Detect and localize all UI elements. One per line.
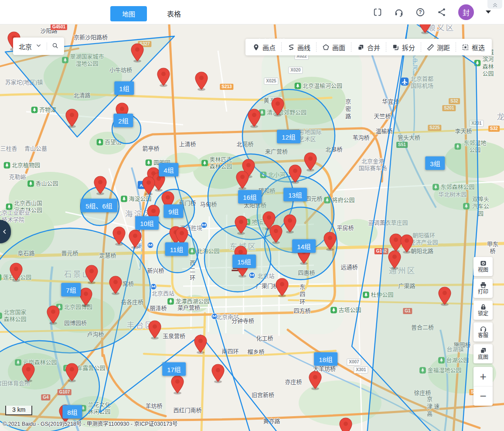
group-badge[interactable]: 7组 [61, 283, 81, 297]
divider [47, 42, 47, 50]
group-badge[interactable]: 4组 [159, 163, 178, 177]
lock-icon [480, 303, 487, 311]
help-button[interactable]: ? [415, 7, 425, 17]
polygon-icon [322, 44, 330, 51]
map-pin-marker[interactable] [113, 227, 125, 244]
chevron-down-icon [35, 42, 42, 50]
headset-button[interactable] [394, 7, 404, 17]
headset-icon [394, 7, 404, 17]
group-badge[interactable]: 16组 [238, 190, 262, 204]
group-badge[interactable]: 13组 [283, 188, 307, 202]
layers-icon [480, 347, 487, 354]
map-pin-marker[interactable] [195, 72, 208, 89]
copyright-text: © 2021 Baidu - GS(2019)5218号 - 甲测资字11009… [3, 419, 178, 428]
search-icon[interactable] [52, 42, 58, 50]
fullscreen-icon [373, 7, 382, 17]
map-pin-marker[interactable] [80, 288, 92, 305]
merge-icon [357, 44, 364, 51]
map-pin-marker[interactable] [10, 263, 22, 280]
map-pin-marker[interactable] [212, 364, 224, 382]
map-pin-marker[interactable] [66, 109, 78, 127]
box-select-icon [462, 44, 469, 51]
tab-table[interactable]: 表格 [167, 5, 181, 22]
right-rail: 视图打印锁定客服底图+− [473, 257, 493, 406]
fullscreen-button[interactable] [373, 7, 382, 17]
map-pin-marker[interactable] [419, 24, 431, 33]
city-selector[interactable]: 北京 [13, 38, 64, 55]
map-pin-marker[interactable] [66, 363, 78, 381]
map-pin-marker[interactable] [94, 176, 106, 194]
map-pin-marker[interactable] [171, 376, 184, 393]
map-tool-box-select[interactable]: 框选 [456, 42, 490, 52]
rail-printer-button[interactable]: 打印 [473, 279, 493, 298]
map-pin-marker[interactable] [309, 371, 321, 389]
group-badge[interactable]: 17组 [162, 363, 186, 376]
group-badge[interactable]: 1组 [114, 82, 134, 95]
group-badge[interactable]: 18组 [314, 352, 337, 366]
collapse-topbar-button[interactable] [487, 0, 502, 9]
map-scale-label: 3 km [5, 406, 32, 415]
rail-layers-button[interactable]: 底图 [473, 344, 493, 363]
search-icon [52, 42, 58, 49]
caret-down-icon[interactable] [486, 10, 491, 14]
map-pin-marker[interactable] [324, 232, 336, 250]
group-badge[interactable]: 10组 [135, 216, 159, 230]
ruler-icon [427, 44, 434, 51]
map-pin-marker[interactable] [304, 153, 317, 170]
share-button[interactable] [437, 7, 446, 17]
map-tool-split[interactable]: 拆分 [386, 42, 421, 52]
map-pin-marker[interactable] [248, 109, 260, 127]
map-pin-marker[interactable] [340, 418, 352, 431]
map-tool-ruler[interactable]: 测距 [421, 42, 456, 52]
map-pin-marker[interactable] [236, 171, 249, 188]
map-pin-marker[interactable] [131, 44, 143, 61]
group-badge[interactable]: 8组 [62, 405, 82, 419]
map-pin-marker[interactable] [284, 215, 296, 232]
map-pin-marker[interactable] [129, 230, 141, 247]
zoom-control: +− [473, 367, 493, 406]
map-tool-merge[interactable]: 合并 [351, 42, 386, 52]
map-pin-marker[interactable] [401, 235, 413, 252]
map-tool-pin[interactable]: 画点 [247, 42, 281, 52]
group-badge[interactable]: 3组 [425, 157, 445, 170]
map-pin-marker[interactable] [289, 165, 301, 182]
city-selector-value: 北京 [19, 42, 32, 51]
map-pin-marker[interactable] [270, 225, 282, 243]
map-pin-marker[interactable] [390, 234, 402, 251]
group-badge[interactable]: 12组 [277, 130, 300, 144]
polyline-icon [287, 44, 295, 51]
rail-headset-button[interactable]: 客服 [473, 322, 493, 342]
map-pin-marker[interactable] [143, 177, 155, 194]
map-pin-marker[interactable] [272, 98, 284, 115]
map-pin-marker[interactable] [388, 251, 401, 268]
help-icon: ? [415, 7, 425, 17]
rail-view-button[interactable]: 视图 [473, 257, 493, 276]
map-pin-marker[interactable] [22, 363, 34, 381]
map-pin-marker[interactable] [157, 68, 170, 86]
group-badge[interactable]: 2组 [113, 114, 133, 127]
map-scale: 3 km [5, 406, 32, 415]
map-pin-marker[interactable] [235, 216, 247, 233]
headset-icon [480, 325, 487, 332]
group-badge[interactable]: 11组 [165, 243, 188, 256]
map-pin-marker[interactable] [85, 265, 98, 283]
group-badge[interactable]: 14组 [292, 239, 316, 253]
map-pin-marker[interactable] [276, 278, 288, 296]
map-pin-marker[interactable] [194, 335, 207, 352]
avatar[interactable]: 封 [458, 4, 474, 20]
zoom-out-button[interactable]: − [473, 386, 493, 406]
tab-map[interactable]: 地图 [110, 6, 147, 21]
topbar: 地图 表格 ? 封 [0, 0, 504, 24]
map-tool-polyline[interactable]: 画线 [281, 42, 316, 52]
map-pin-marker[interactable] [47, 306, 59, 323]
group-badge[interactable]: 9组 [163, 205, 183, 218]
map-pin-marker[interactable] [109, 276, 122, 294]
map-canvas[interactable]: 沙阳路京新沙阳路桥翠湖国家城市 湿地公园小牛坊桥苏家坨(地区)镇北清路齐物潭百望… [0, 24, 504, 431]
rail-lock-button[interactable]: 锁定 [473, 301, 493, 320]
group-badge[interactable]: 15组 [232, 255, 256, 268]
map-pin-marker[interactable] [439, 287, 451, 304]
map-tool-polygon[interactable]: 画面 [316, 42, 351, 52]
map-pin-marker[interactable] [149, 321, 161, 338]
zoom-in-button[interactable]: + [473, 367, 493, 386]
group-badge[interactable]: 5组、6组 [81, 199, 117, 212]
